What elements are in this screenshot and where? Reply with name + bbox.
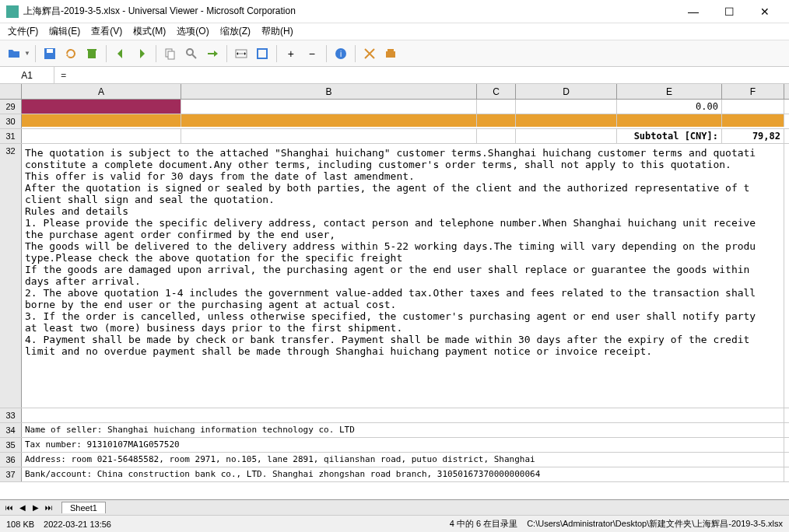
col-header-d[interactable]: D [516, 84, 617, 99]
cell[interactable] [722, 100, 784, 114]
row-29: 29 0.00 [0, 100, 789, 114]
cell[interactable] [477, 100, 516, 114]
app-icon [6, 5, 19, 18]
tab-first-icon[interactable]: ⏮ [3, 503, 16, 512]
svg-rect-3 [87, 49, 96, 51]
menu-mode[interactable]: 模式(M) [128, 23, 170, 40]
select-all-corner[interactable] [0, 84, 22, 99]
save-icon[interactable] [40, 44, 59, 63]
col-header-c[interactable]: C [477, 84, 516, 99]
row-header[interactable]: 36 [0, 453, 22, 467]
cell[interactable] [516, 114, 617, 127]
svg-text:i: i [340, 50, 342, 58]
menu-view[interactable]: 查看(V) [86, 23, 127, 40]
sheet-tab-1[interactable]: Sheet1 [61, 502, 106, 513]
col-header-b[interactable]: B [181, 84, 477, 99]
menu-help[interactable]: 帮助(H) [257, 23, 298, 40]
menu-edit[interactable]: 编辑(E) [44, 23, 85, 40]
cell[interactable] [181, 100, 477, 114]
bank-account[interactable]: Bank/account: China construction bank co… [22, 467, 784, 481]
quotation-terms[interactable]: The quotation is subject to the attached… [22, 144, 784, 408]
row-34: 34 Name of seller: Shanghai huichang inf… [0, 423, 789, 438]
row-header[interactable]: 30 [0, 114, 22, 128]
sheet-tabs: ⏮ ◀ ▶ ⏭ Sheet1 [0, 499, 789, 515]
row-32: 32 The quotation is subject to the attac… [0, 144, 789, 408]
cell[interactable] [617, 114, 722, 127]
find-icon[interactable] [182, 44, 201, 63]
row-header[interactable]: 29 [0, 100, 22, 114]
column-headers: A B C D E F [0, 84, 789, 100]
seller-address[interactable]: Address: room 021-56485582, room 2971, n… [22, 453, 784, 467]
menu-zoom[interactable]: 缩放(Z) [216, 23, 255, 40]
subtotal-label[interactable]: Subtotal [CNY]: [617, 129, 722, 143]
col-header-f[interactable]: F [722, 84, 784, 99]
close-button[interactable]: ✕ [747, 0, 783, 23]
row-header[interactable]: 35 [0, 438, 22, 452]
open-dropdown-icon[interactable]: ▼ [24, 50, 30, 57]
cell[interactable] [22, 114, 181, 127]
tab-next-icon[interactable]: ▶ [30, 503, 42, 512]
row-36: 36 Address: room 021-56485582, room 2971… [0, 453, 789, 467]
copy-icon[interactable] [161, 44, 180, 63]
cell[interactable] [181, 129, 477, 143]
toolbar: ▼ + − i [0, 40, 789, 67]
zoom-out-icon[interactable]: − [303, 44, 321, 63]
fit-width-icon[interactable] [232, 44, 251, 63]
spreadsheet: A B C D E F 29 0.00 30 31 Subtotal [CNY]… [0, 84, 789, 515]
cell[interactable] [22, 129, 181, 143]
row-31: 31 Subtotal [CNY]: 79,82 [0, 129, 789, 144]
row-header[interactable]: 37 [0, 467, 22, 481]
nav-forward-icon[interactable] [132, 44, 151, 63]
status-path: C:\Users\Administrator\Desktop\新建文件夹\上海辉… [527, 518, 783, 530]
row-header[interactable]: 31 [0, 129, 22, 143]
formula-bar: A1 = [0, 67, 789, 84]
menubar: 文件(F) 编辑(E) 查看(V) 模式(M) 选项(O) 缩放(Z) 帮助(H… [0, 23, 789, 40]
status-filesize: 108 KB [6, 520, 34, 529]
cell[interactable] [516, 100, 617, 114]
seller-name[interactable]: Name of seller: Shanghai huichang inform… [22, 423, 784, 437]
cell[interactable] [516, 129, 617, 143]
svg-rect-5 [168, 51, 174, 59]
settings-icon[interactable] [360, 44, 379, 63]
formula-input[interactable]: = [54, 70, 72, 81]
tab-prev-icon[interactable]: ◀ [16, 503, 29, 512]
cell[interactable]: 0.00 [617, 100, 722, 114]
svg-point-6 [187, 49, 193, 55]
cell[interactable] [722, 114, 784, 127]
cell[interactable] [22, 408, 784, 422]
minimize-button[interactable]: — [675, 0, 711, 23]
maximize-button[interactable]: ☐ [711, 0, 747, 23]
svg-line-7 [192, 54, 196, 58]
delete-icon[interactable] [82, 44, 101, 63]
cell[interactable] [477, 114, 516, 127]
zoom-in-icon[interactable]: + [282, 44, 300, 63]
info-icon[interactable]: i [331, 44, 350, 63]
menu-file[interactable]: 文件(F) [3, 23, 43, 40]
row-header[interactable]: 34 [0, 423, 22, 437]
tab-last-icon[interactable]: ⏭ [43, 503, 55, 512]
row-30: 30 [0, 114, 789, 129]
fullscreen-icon[interactable] [253, 44, 272, 63]
col-header-a[interactable]: A [22, 84, 181, 99]
svg-rect-12 [386, 51, 395, 58]
status-date: 2022-03-21 13:56 [44, 520, 111, 529]
goto-icon[interactable] [203, 44, 222, 63]
plugins-icon[interactable] [381, 44, 400, 63]
cell-reference[interactable]: A1 [0, 67, 54, 83]
row-header[interactable]: 33 [0, 408, 22, 422]
svg-rect-9 [258, 49, 267, 58]
open-icon[interactable] [5, 44, 23, 63]
nav-back-icon[interactable] [111, 44, 130, 63]
status-position: 4 中的 6 在目录里 [450, 518, 517, 530]
col-header-e[interactable]: E [617, 84, 722, 99]
titlebar: 上海辉昌-2019-3-5.xlsx - Universal Viewer - … [0, 0, 789, 23]
subtotal-value[interactable]: 79,82 [722, 129, 784, 143]
cell[interactable] [477, 129, 516, 143]
refresh-icon[interactable] [61, 44, 80, 63]
tax-number[interactable]: Tax number: 91310107MA1G057520 [22, 438, 784, 452]
row-header[interactable]: 32 [0, 144, 22, 408]
horizontal-scrollbar[interactable] [114, 502, 789, 513]
cell[interactable] [22, 100, 181, 114]
menu-options[interactable]: 选项(O) [172, 23, 213, 40]
cell[interactable] [181, 114, 477, 127]
